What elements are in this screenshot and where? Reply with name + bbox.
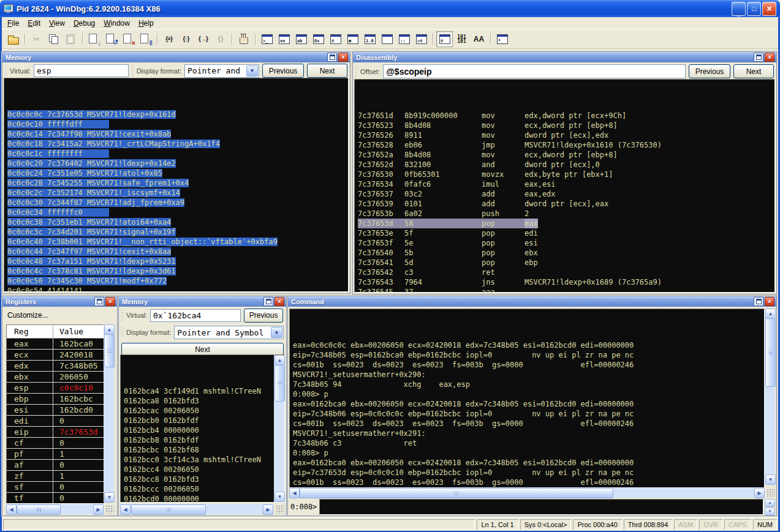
memory-row[interactable]: 0c0c0c10 fffffdff — [7, 119, 348, 129]
minimize-button[interactable]: _ — [732, 2, 746, 16]
register-row[interactable]: espc0c0c10 — [7, 383, 104, 394]
memory-row[interactable]: 0c0c0c3c 7c34d201 MSVCR71!signal+0x19f — [7, 227, 348, 237]
scrollbar-thumb[interactable] — [17, 504, 61, 515]
font-icon[interactable]: AA — [471, 31, 487, 47]
disassembly-row[interactable]: 7c3765238b4d08movecx,dword ptr [ebp+8] — [358, 121, 774, 130]
resize-grip[interactable] — [105, 505, 114, 514]
register-row[interactable]: cf0 — [7, 438, 104, 449]
watch-window-icon[interactable]: oo — [276, 31, 292, 47]
disassembly-row[interactable]: 7c376528eb06jmpMSVCR71!ldexp+0x1610 (7c3… — [358, 140, 774, 150]
register-row[interactable]: eip7c37653d — [7, 427, 104, 438]
memory-101-icon[interactable]: 101 101 — [453, 31, 470, 47]
memory-row[interactable]: 0c0c0c30 7c344f87 MSVCR71!adj_fprem+0xa9 — [7, 198, 348, 208]
memory-row[interactable]: 0162bca8 0162bfd3 — [124, 396, 284, 406]
spin-down-icon[interactable]: ▼ — [765, 508, 775, 515]
memory-row[interactable]: 0c0c0c50 7c345c30 MSVCR71!modf+0x772 — [7, 276, 348, 286]
disassembly-row[interactable]: 7c3765300fb65301movzxedx,byte ptr [ebx+1… — [358, 170, 774, 179]
scroll-down-icon[interactable]: ▼ — [765, 474, 776, 485]
dock-icon[interactable] — [754, 297, 763, 306]
customize-button[interactable]: Customize... — [4, 307, 116, 323]
memory-row[interactable]: 0c0c0c34 ffffffc0 — [7, 208, 348, 217]
memory-row[interactable]: 0162bcbc 0162bf68 — [124, 445, 284, 455]
register-row[interactable]: tf0 — [7, 493, 104, 504]
toolbar-grip[interactable] — [132, 66, 134, 76]
disassembly-row[interactable]: 7c37652d832100anddword ptr [ecx],0 — [358, 160, 774, 170]
register-row[interactable]: pf1 — [7, 449, 104, 460]
display-format-select[interactable]: Pointer and▼ — [184, 64, 259, 78]
disassembly-content[interactable]: 7c37651d8b919c000000movedx,dword ptr [ec… — [354, 79, 775, 293]
memory-content[interactable]: 0c0c0c0c 7c37653d MSVCR71!ldexp+0x161d0c… — [4, 78, 349, 292]
horizontal-scrollbar[interactable]: ◀ ▶ — [6, 504, 104, 514]
previous-button[interactable]: Previous — [262, 64, 304, 78]
memory-row[interactable]: 0c0c0c54 41414141 — [7, 286, 348, 292]
scroll-left-icon[interactable]: ◀ — [6, 504, 17, 515]
dock-icon[interactable] — [327, 53, 337, 62]
command-window-icon[interactable]: >_ — [259, 31, 275, 47]
stop-debugging-icon[interactable]: × — [120, 31, 137, 47]
locals-window-icon[interactable]: ab — [293, 31, 309, 47]
memory-window-icon[interactable]: ≡ — [327, 31, 344, 47]
chevron-down-icon[interactable]: ▼ — [246, 66, 258, 77]
register-row[interactable]: edx7c348b05 — [7, 361, 104, 372]
copy-icon[interactable] — [45, 31, 62, 47]
scroll-up-icon[interactable]: ▲ — [104, 324, 115, 335]
vertical-scrollbar[interactable]: ▲ ▼ — [765, 309, 775, 485]
disassembly-row[interactable]: 7c37654537aaa — [358, 287, 774, 293]
command-input[interactable] — [319, 499, 763, 515]
call-stack-window-icon[interactable]: ▣ — [344, 31, 361, 47]
memory-row[interactable]: 0c0c0c0c 7c37653d MSVCR71!ldexp+0x161d — [7, 110, 348, 119]
virtual-address-input[interactable]: esp — [34, 64, 129, 77]
scrollbar-thumb[interactable] — [300, 488, 613, 498]
paste-icon[interactable] — [62, 31, 79, 47]
dock-icon[interactable] — [754, 53, 763, 62]
memory-row[interactable]: 0c0c0c48 7c37a151 MSVCR71!ldexp+0x5231 — [7, 257, 348, 266]
memory-pane-bottom-titlebar[interactable]: Memory × — [119, 296, 286, 307]
resize-grip[interactable] — [276, 505, 284, 514]
scroll-right-icon[interactable]: ▶ — [754, 488, 765, 498]
scrollbar-thumb[interactable] — [131, 504, 206, 515]
previous-button[interactable]: Previous — [689, 64, 730, 78]
scrollbar-thumb[interactable] — [275, 365, 285, 402]
next-button[interactable]: Next — [307, 64, 347, 78]
spin-up-icon[interactable]: ▲ — [765, 499, 775, 507]
memory-content[interactable]: 0162bca4 3cf149d1 mshtml!CTreeN0162bca8 … — [120, 354, 285, 503]
previous-button[interactable]: Previous — [244, 309, 283, 323]
toolbar-grip[interactable] — [121, 310, 123, 320]
disassembly-row[interactable]: 7c37653e5fpopedi — [358, 228, 774, 238]
command-browser-icon[interactable]: >≡ — [413, 31, 430, 47]
memory-row[interactable]: 0162bcd0 00000000 — [124, 494, 284, 503]
register-row[interactable]: sf0 — [7, 482, 104, 493]
scrollbar-thumb[interactable] — [104, 334, 115, 367]
memory-row[interactable]: 0162bcc0 3cf14c3a mshtml!CTreeN — [124, 455, 284, 465]
dock-icon[interactable] — [94, 297, 104, 306]
memory-row[interactable]: 0162bcb8 0162bfdf — [124, 435, 284, 445]
scroll-left-icon[interactable]: ◀ — [289, 488, 300, 498]
disassembly-row[interactable]: 7c3765405bpopebx — [358, 248, 774, 258]
register-row[interactable]: zf1 — [7, 471, 104, 482]
title-bar[interactable]: Pid 2624 - WinDbg:6.2.9200.16384 X86 _ □… — [0, 0, 780, 17]
next-button[interactable]: Next — [733, 64, 774, 78]
disassembly-row[interactable]: 7c37653d58popeax — [358, 219, 774, 228]
disassembly-row[interactable]: 7c37652a8b4d08movecx,dword ptr [ebp+8] — [358, 150, 774, 160]
memory-row[interactable]: 0c0c0c1c ffffffff — [7, 149, 348, 159]
memory-pane-top-titlebar[interactable]: Memory × — [2, 52, 350, 62]
disassembly-window-icon[interactable]: 1.0 — [362, 31, 378, 47]
disassembly-row[interactable]: 7c37653f5epopesi — [358, 238, 774, 248]
memory-row[interactable]: 0162bcc8 0162bfd3 — [124, 474, 284, 484]
disassembly-row[interactable]: 7c3765340fafc6imuleax,esi — [358, 179, 774, 189]
run-to-cursor-icon[interactable]: { } — [212, 31, 229, 47]
open-source-file-icon[interactable] — [5, 31, 21, 47]
vertical-scrollbar[interactable]: ▲ ▼ — [104, 324, 114, 503]
register-row[interactable]: esi162bcd0 — [7, 405, 104, 416]
display-format-select[interactable]: Pointer and Symbol▼ — [174, 326, 284, 339]
break-icon[interactable]: ‖ — [137, 31, 154, 47]
horizontal-scrollbar[interactable]: ◀ ▶ — [289, 487, 765, 498]
offset-input[interactable]: @$scopeip — [383, 64, 686, 78]
memory-row[interactable]: 0c0c0c44 7c347f97 MSVCR71!cexit+0x8aa — [7, 247, 348, 257]
menu-window[interactable]: Window — [99, 18, 134, 29]
register-row[interactable]: edi0 — [7, 416, 104, 427]
processes-threads-icon[interactable]: :: — [396, 31, 412, 47]
memory-row[interactable]: 0c0c0c38 7c351eb1 MSVCR71!atoi64+0xa4 — [7, 217, 348, 227]
horizontal-scrollbar[interactable]: ◀ ▶ — [120, 504, 273, 514]
disassembly-row[interactable]: 7c376542c3ret — [358, 268, 774, 277]
